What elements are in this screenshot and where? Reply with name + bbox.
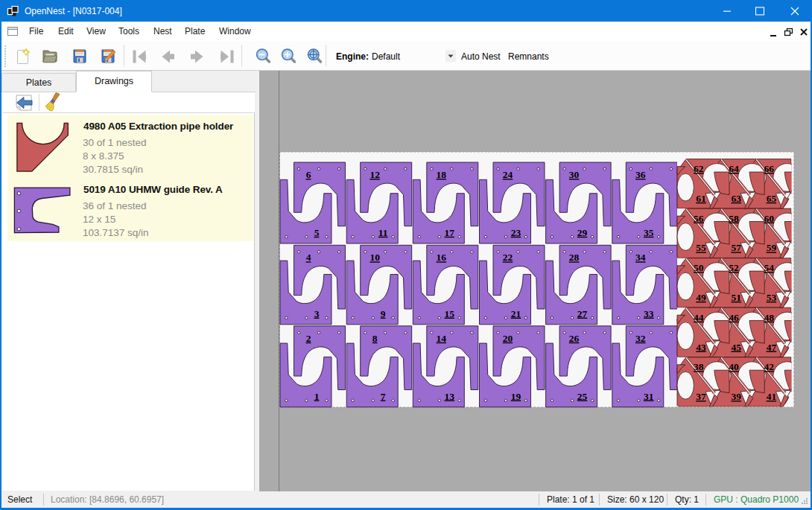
svg-text:62: 62 — [694, 163, 704, 174]
svg-text:51: 51 — [731, 292, 741, 303]
svg-text:33: 33 — [644, 308, 654, 319]
svg-text:31: 31 — [644, 391, 654, 402]
svg-text:16: 16 — [437, 252, 447, 263]
svg-text:9: 9 — [381, 308, 386, 319]
svg-text:48: 48 — [764, 312, 774, 323]
svg-text:42: 42 — [764, 361, 774, 372]
svg-text:35: 35 — [644, 227, 654, 238]
svg-text:60: 60 — [764, 213, 774, 224]
svg-text:24: 24 — [503, 169, 513, 180]
svg-text:17: 17 — [445, 227, 455, 238]
svg-text:8: 8 — [372, 333, 378, 344]
svg-text:3: 3 — [314, 308, 320, 319]
svg-text:23: 23 — [511, 227, 521, 238]
svg-text:56: 56 — [694, 213, 704, 224]
svg-text:19: 19 — [511, 391, 521, 402]
svg-text:53: 53 — [767, 292, 777, 303]
svg-text:44: 44 — [694, 312, 704, 323]
svg-text:26: 26 — [569, 333, 580, 344]
svg-text:46: 46 — [729, 312, 739, 323]
svg-text:66: 66 — [764, 163, 774, 174]
svg-text:14: 14 — [437, 333, 447, 344]
svg-text:52: 52 — [729, 262, 739, 273]
svg-text:32: 32 — [635, 333, 646, 344]
svg-text:13: 13 — [445, 391, 455, 402]
svg-text:25: 25 — [577, 391, 588, 402]
svg-text:20: 20 — [503, 333, 513, 344]
svg-text:34: 34 — [635, 252, 646, 263]
svg-text:7: 7 — [381, 391, 386, 402]
svg-text:30: 30 — [569, 169, 580, 180]
svg-text:57: 57 — [731, 242, 741, 253]
svg-text:41: 41 — [767, 391, 777, 402]
svg-text:4: 4 — [306, 252, 311, 263]
svg-text:40: 40 — [729, 361, 739, 372]
svg-text:1: 1 — [314, 391, 320, 402]
svg-text:5: 5 — [314, 227, 320, 238]
svg-text:28: 28 — [569, 252, 580, 263]
svg-text:29: 29 — [577, 227, 588, 238]
svg-text:50: 50 — [694, 262, 704, 273]
svg-text:11: 11 — [378, 227, 388, 238]
svg-text:27: 27 — [577, 308, 588, 319]
svg-text:64: 64 — [729, 163, 739, 174]
svg-text:55: 55 — [696, 242, 706, 253]
svg-text:18: 18 — [437, 169, 447, 180]
svg-text:54: 54 — [764, 262, 774, 273]
svg-text:21: 21 — [511, 308, 521, 319]
svg-text:58: 58 — [729, 213, 739, 224]
svg-text:65: 65 — [767, 193, 777, 204]
svg-text:2: 2 — [306, 333, 311, 344]
svg-text:61: 61 — [696, 193, 706, 204]
svg-text:15: 15 — [445, 308, 455, 319]
svg-text:59: 59 — [767, 242, 777, 253]
svg-text:63: 63 — [731, 193, 741, 204]
svg-text:45: 45 — [731, 342, 741, 353]
svg-text:10: 10 — [369, 252, 380, 263]
svg-text:38: 38 — [694, 361, 704, 372]
svg-text:12: 12 — [369, 169, 380, 180]
svg-text:43: 43 — [696, 342, 706, 353]
svg-text:47: 47 — [767, 342, 777, 353]
svg-text:49: 49 — [696, 292, 706, 303]
svg-text:36: 36 — [635, 169, 646, 180]
svg-text:22: 22 — [503, 252, 513, 263]
svg-text:6: 6 — [306, 169, 311, 180]
svg-text:39: 39 — [731, 391, 741, 402]
svg-text:37: 37 — [696, 391, 706, 402]
